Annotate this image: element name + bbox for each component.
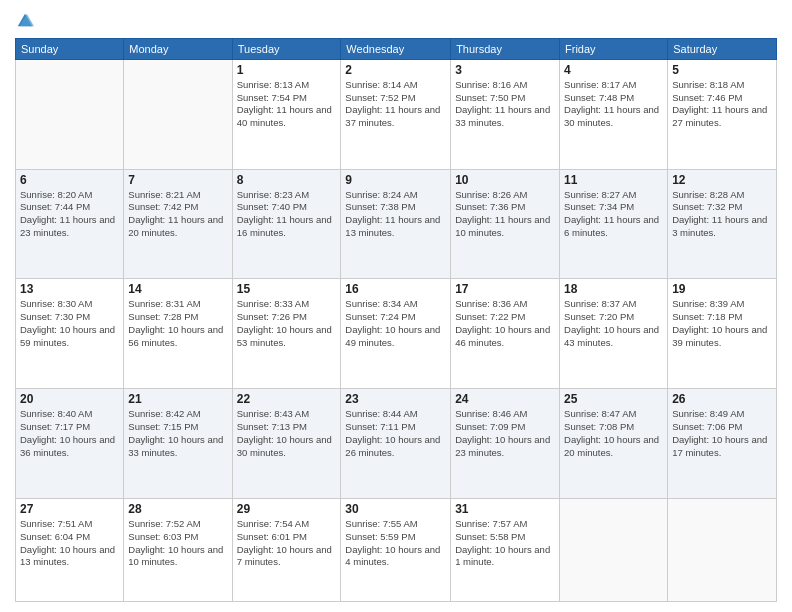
calendar-cell: 27Sunrise: 7:51 AM Sunset: 6:04 PM Dayli… xyxy=(16,499,124,602)
day-header-saturday: Saturday xyxy=(668,38,777,59)
day-number: 31 xyxy=(455,502,555,516)
day-info: Sunrise: 7:51 AM Sunset: 6:04 PM Dayligh… xyxy=(20,518,119,569)
day-info: Sunrise: 8:39 AM Sunset: 7:18 PM Dayligh… xyxy=(672,298,772,349)
day-number: 22 xyxy=(237,392,337,406)
day-number: 5 xyxy=(672,63,772,77)
day-info: Sunrise: 8:27 AM Sunset: 7:34 PM Dayligh… xyxy=(564,189,663,240)
day-number: 10 xyxy=(455,173,555,187)
day-info: Sunrise: 8:49 AM Sunset: 7:06 PM Dayligh… xyxy=(672,408,772,459)
calendar-body: 1Sunrise: 8:13 AM Sunset: 7:54 PM Daylig… xyxy=(16,59,777,601)
calendar-cell: 15Sunrise: 8:33 AM Sunset: 7:26 PM Dayli… xyxy=(232,279,341,389)
day-info: Sunrise: 8:44 AM Sunset: 7:11 PM Dayligh… xyxy=(345,408,446,459)
logo-text xyxy=(15,14,34,34)
day-number: 16 xyxy=(345,282,446,296)
day-number: 9 xyxy=(345,173,446,187)
calendar-cell: 13Sunrise: 8:30 AM Sunset: 7:30 PM Dayli… xyxy=(16,279,124,389)
day-headers-row: SundayMondayTuesdayWednesdayThursdayFrid… xyxy=(16,38,777,59)
calendar-cell: 19Sunrise: 8:39 AM Sunset: 7:18 PM Dayli… xyxy=(668,279,777,389)
day-info: Sunrise: 8:24 AM Sunset: 7:38 PM Dayligh… xyxy=(345,189,446,240)
week-row-5: 27Sunrise: 7:51 AM Sunset: 6:04 PM Dayli… xyxy=(16,499,777,602)
day-number: 24 xyxy=(455,392,555,406)
day-info: Sunrise: 8:23 AM Sunset: 7:40 PM Dayligh… xyxy=(237,189,337,240)
calendar-cell: 23Sunrise: 8:44 AM Sunset: 7:11 PM Dayli… xyxy=(341,389,451,499)
day-info: Sunrise: 7:55 AM Sunset: 5:59 PM Dayligh… xyxy=(345,518,446,569)
day-info: Sunrise: 8:42 AM Sunset: 7:15 PM Dayligh… xyxy=(128,408,227,459)
day-info: Sunrise: 8:36 AM Sunset: 7:22 PM Dayligh… xyxy=(455,298,555,349)
calendar-cell: 16Sunrise: 8:34 AM Sunset: 7:24 PM Dayli… xyxy=(341,279,451,389)
day-info: Sunrise: 8:13 AM Sunset: 7:54 PM Dayligh… xyxy=(237,79,337,130)
day-number: 3 xyxy=(455,63,555,77)
day-number: 15 xyxy=(237,282,337,296)
day-number: 26 xyxy=(672,392,772,406)
day-number: 1 xyxy=(237,63,337,77)
day-info: Sunrise: 8:47 AM Sunset: 7:08 PM Dayligh… xyxy=(564,408,663,459)
day-info: Sunrise: 8:31 AM Sunset: 7:28 PM Dayligh… xyxy=(128,298,227,349)
calendar-cell: 28Sunrise: 7:52 AM Sunset: 6:03 PM Dayli… xyxy=(124,499,232,602)
calendar-cell: 10Sunrise: 8:26 AM Sunset: 7:36 PM Dayli… xyxy=(451,169,560,279)
day-number: 23 xyxy=(345,392,446,406)
calendar-cell: 29Sunrise: 7:54 AM Sunset: 6:01 PM Dayli… xyxy=(232,499,341,602)
day-info: Sunrise: 8:16 AM Sunset: 7:50 PM Dayligh… xyxy=(455,79,555,130)
day-header-monday: Monday xyxy=(124,38,232,59)
day-header-friday: Friday xyxy=(560,38,668,59)
day-number: 28 xyxy=(128,502,227,516)
day-info: Sunrise: 8:20 AM Sunset: 7:44 PM Dayligh… xyxy=(20,189,119,240)
calendar-cell: 11Sunrise: 8:27 AM Sunset: 7:34 PM Dayli… xyxy=(560,169,668,279)
calendar-cell: 24Sunrise: 8:46 AM Sunset: 7:09 PM Dayli… xyxy=(451,389,560,499)
day-info: Sunrise: 8:26 AM Sunset: 7:36 PM Dayligh… xyxy=(455,189,555,240)
calendar-cell: 5Sunrise: 8:18 AM Sunset: 7:46 PM Daylig… xyxy=(668,59,777,169)
day-number: 19 xyxy=(672,282,772,296)
calendar-cell: 20Sunrise: 8:40 AM Sunset: 7:17 PM Dayli… xyxy=(16,389,124,499)
day-info: Sunrise: 8:28 AM Sunset: 7:32 PM Dayligh… xyxy=(672,189,772,240)
day-info: Sunrise: 8:43 AM Sunset: 7:13 PM Dayligh… xyxy=(237,408,337,459)
day-info: Sunrise: 7:52 AM Sunset: 6:03 PM Dayligh… xyxy=(128,518,227,569)
day-header-wednesday: Wednesday xyxy=(341,38,451,59)
calendar-cell: 4Sunrise: 8:17 AM Sunset: 7:48 PM Daylig… xyxy=(560,59,668,169)
calendar-cell: 6Sunrise: 8:20 AM Sunset: 7:44 PM Daylig… xyxy=(16,169,124,279)
day-number: 11 xyxy=(564,173,663,187)
calendar-cell xyxy=(124,59,232,169)
day-number: 30 xyxy=(345,502,446,516)
calendar-cell xyxy=(560,499,668,602)
calendar-cell: 18Sunrise: 8:37 AM Sunset: 7:20 PM Dayli… xyxy=(560,279,668,389)
calendar-table: SundayMondayTuesdayWednesdayThursdayFrid… xyxy=(15,38,777,602)
calendar-cell: 17Sunrise: 8:36 AM Sunset: 7:22 PM Dayli… xyxy=(451,279,560,389)
day-header-tuesday: Tuesday xyxy=(232,38,341,59)
day-info: Sunrise: 8:14 AM Sunset: 7:52 PM Dayligh… xyxy=(345,79,446,130)
calendar-cell: 21Sunrise: 8:42 AM Sunset: 7:15 PM Dayli… xyxy=(124,389,232,499)
calendar-cell: 30Sunrise: 7:55 AM Sunset: 5:59 PM Dayli… xyxy=(341,499,451,602)
day-number: 6 xyxy=(20,173,119,187)
calendar-cell: 26Sunrise: 8:49 AM Sunset: 7:06 PM Dayli… xyxy=(668,389,777,499)
day-number: 4 xyxy=(564,63,663,77)
week-row-3: 13Sunrise: 8:30 AM Sunset: 7:30 PM Dayli… xyxy=(16,279,777,389)
day-info: Sunrise: 8:33 AM Sunset: 7:26 PM Dayligh… xyxy=(237,298,337,349)
calendar-cell: 22Sunrise: 8:43 AM Sunset: 7:13 PM Dayli… xyxy=(232,389,341,499)
day-info: Sunrise: 8:40 AM Sunset: 7:17 PM Dayligh… xyxy=(20,408,119,459)
day-number: 8 xyxy=(237,173,337,187)
day-info: Sunrise: 8:46 AM Sunset: 7:09 PM Dayligh… xyxy=(455,408,555,459)
day-info: Sunrise: 7:57 AM Sunset: 5:58 PM Dayligh… xyxy=(455,518,555,569)
day-info: Sunrise: 8:18 AM Sunset: 7:46 PM Dayligh… xyxy=(672,79,772,130)
calendar-cell: 7Sunrise: 8:21 AM Sunset: 7:42 PM Daylig… xyxy=(124,169,232,279)
calendar-cell xyxy=(16,59,124,169)
calendar-cell: 2Sunrise: 8:14 AM Sunset: 7:52 PM Daylig… xyxy=(341,59,451,169)
day-number: 20 xyxy=(20,392,119,406)
week-row-4: 20Sunrise: 8:40 AM Sunset: 7:17 PM Dayli… xyxy=(16,389,777,499)
header xyxy=(15,10,777,30)
day-number: 25 xyxy=(564,392,663,406)
calendar-cell: 25Sunrise: 8:47 AM Sunset: 7:08 PM Dayli… xyxy=(560,389,668,499)
day-number: 27 xyxy=(20,502,119,516)
day-header-sunday: Sunday xyxy=(16,38,124,59)
day-number: 7 xyxy=(128,173,227,187)
week-row-1: 1Sunrise: 8:13 AM Sunset: 7:54 PM Daylig… xyxy=(16,59,777,169)
page: SundayMondayTuesdayWednesdayThursdayFrid… xyxy=(0,0,792,612)
day-number: 17 xyxy=(455,282,555,296)
day-info: Sunrise: 7:54 AM Sunset: 6:01 PM Dayligh… xyxy=(237,518,337,569)
day-info: Sunrise: 8:30 AM Sunset: 7:30 PM Dayligh… xyxy=(20,298,119,349)
week-row-2: 6Sunrise: 8:20 AM Sunset: 7:44 PM Daylig… xyxy=(16,169,777,279)
calendar-cell: 3Sunrise: 8:16 AM Sunset: 7:50 PM Daylig… xyxy=(451,59,560,169)
day-number: 13 xyxy=(20,282,119,296)
logo-icon xyxy=(16,11,34,29)
calendar-cell: 31Sunrise: 7:57 AM Sunset: 5:58 PM Dayli… xyxy=(451,499,560,602)
calendar-cell: 9Sunrise: 8:24 AM Sunset: 7:38 PM Daylig… xyxy=(341,169,451,279)
